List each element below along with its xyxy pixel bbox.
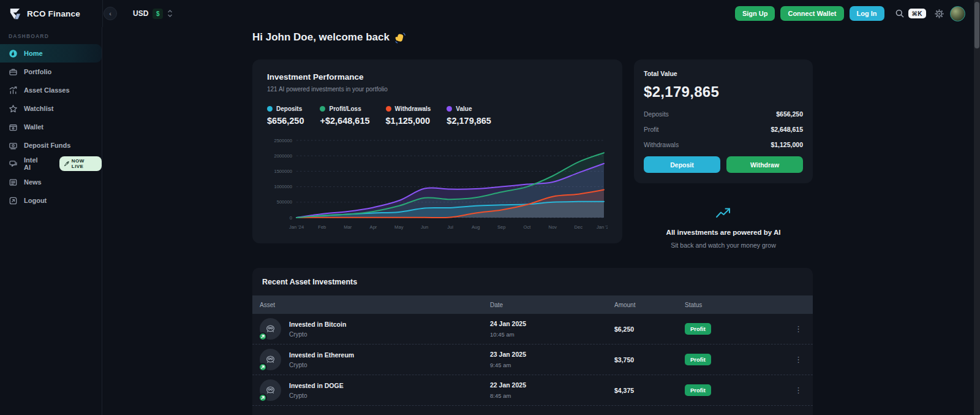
- asset-category: Crypto: [289, 392, 344, 399]
- total-breakdown: Deposits$656,250Profit$2,648,615Withdraw…: [644, 110, 803, 148]
- svg-text:Feb: Feb: [318, 224, 326, 230]
- sidebar-item-wallet[interactable]: Wallet: [0, 118, 102, 136]
- status-badge: Profit: [685, 323, 711, 335]
- sidebar-item-watchlist[interactable]: Watchlist: [0, 99, 102, 118]
- invest-time: 9:45 am: [490, 362, 601, 368]
- svg-text:Dec: Dec: [574, 224, 582, 230]
- row-menu-kebab-icon[interactable]: ⋮: [794, 355, 813, 364]
- svg-text:2000000: 2000000: [274, 153, 292, 159]
- legend-item-deposits: Deposits$656,250: [267, 105, 304, 126]
- wallet-icon: [9, 123, 18, 132]
- log-in-button[interactable]: Log In: [850, 6, 884, 21]
- sidebar-item-portfolio[interactable]: Portfolio: [0, 63, 102, 81]
- status-badge: Profit: [685, 354, 711, 365]
- column-header-status: Status: [685, 302, 783, 308]
- asset-category: Crypto: [289, 362, 354, 368]
- investment-performance-card: Investment Performance 121 AI powered in…: [252, 59, 622, 243]
- total-value-label: Total Value: [644, 70, 803, 77]
- sidebar-item-label: Deposit Funds: [24, 142, 70, 149]
- row-menu-kebab-icon[interactable]: ⋮: [794, 324, 813, 333]
- home-icon: [9, 49, 18, 58]
- currency-updown-icon[interactable]: [167, 9, 173, 18]
- svg-text:Jun: Jun: [421, 224, 428, 230]
- brand-logo-icon: [8, 7, 22, 21]
- total-row-label: Profit: [644, 126, 659, 133]
- withdraw-button[interactable]: Withdraw: [726, 156, 803, 173]
- row-menu-kebab-icon[interactable]: ⋮: [794, 386, 813, 395]
- connect-wallet-button[interactable]: Connect Wallet: [780, 6, 843, 21]
- trending-up-icon: [715, 207, 731, 220]
- legend-label: Withdrawals: [395, 105, 431, 112]
- svg-text:Jul: Jul: [447, 224, 453, 230]
- table-header-row: Asset Date Amount Status: [252, 295, 813, 314]
- sidebar-item-logout[interactable]: Logout: [0, 191, 102, 210]
- asset-name: Invested in Ethereum: [289, 351, 354, 359]
- sidebar-item-intel-ai[interactable]: Intel AINOW LIVE: [0, 154, 102, 173]
- currency-selector[interactable]: USD $: [133, 9, 173, 19]
- page-title: Hi John Doe, welcome back: [252, 31, 813, 44]
- user-avatar[interactable]: [950, 6, 965, 21]
- main-area: Hi John Doe, welcome back Investment Per…: [103, 27, 974, 415]
- sign-up-button[interactable]: Sign Up: [735, 6, 775, 21]
- sidebar-item-label: Home: [24, 50, 43, 57]
- ai-note: All investments are powered by AI Sit ba…: [634, 207, 813, 249]
- watchlist-icon: [9, 104, 18, 113]
- svg-text:Jan '25: Jan '25: [597, 224, 608, 230]
- asset-classes-icon: [9, 86, 18, 95]
- total-row-value: $1,125,000: [771, 141, 803, 148]
- sidebar-item-deposit-funds[interactable]: Deposit Funds: [0, 136, 102, 154]
- asset-vault-icon: [265, 384, 276, 396]
- search-control[interactable]: ⌘K: [895, 9, 927, 18]
- legend-dot: [386, 106, 391, 112]
- asset-vault-icon: [265, 323, 276, 335]
- currency-code: USD: [133, 9, 148, 18]
- asset-avatar: [260, 349, 281, 370]
- recent-investments-card: Recent Asset Investments Asset Date Amou…: [252, 268, 813, 415]
- greeting-text: Hi John Doe, welcome back: [252, 31, 390, 44]
- legend-item-withdrawals: Withdrawals$1,125,000: [386, 105, 431, 126]
- total-row-profit: Profit$2,648,615: [644, 126, 803, 133]
- sidebar-item-news[interactable]: News: [0, 173, 102, 191]
- sidebar-item-label: News: [24, 178, 42, 186]
- legend-value: $2,179,865: [447, 116, 491, 126]
- invest-amount: $3,750: [601, 356, 685, 364]
- table-body: Invested in BitcoinCrypto24 Jan 202510:4…: [252, 314, 813, 406]
- svg-text:Nov: Nov: [549, 224, 557, 230]
- deposit-button[interactable]: Deposit: [644, 156, 720, 173]
- invest-arrow-badge: [258, 363, 267, 371]
- svg-text:1500000: 1500000: [274, 169, 292, 174]
- svg-text:May: May: [394, 224, 404, 230]
- news-icon: [9, 178, 18, 187]
- scrollbar-thumb[interactable]: [974, 2, 979, 48]
- invest-time: 10:45 am: [490, 331, 601, 338]
- table-row[interactable]: Invested in BitcoinCrypto24 Jan 202510:4…: [252, 314, 813, 345]
- total-row-withdrawals: Withdrawals$1,125,000: [644, 141, 803, 148]
- settings-gear-icon[interactable]: [934, 9, 944, 19]
- now-live-badge: NOW LIVE: [59, 156, 102, 171]
- invest-date: 24 Jan 2025: [490, 320, 601, 327]
- sidebar-item-label: Wallet: [24, 123, 43, 131]
- sidebar-item-asset-classes[interactable]: Asset Classes: [0, 81, 102, 99]
- ai-note-title: All investments are powered by AI: [634, 229, 813, 236]
- status-badge: Profit: [685, 384, 711, 396]
- asset-name: Invested in DOGE: [289, 382, 344, 389]
- chart-legend: Deposits$656,250Profit/Loss+$2,648,615Wi…: [267, 105, 608, 126]
- performance-chart[interactable]: 05000001000000150000020000002500000Jan '…: [267, 134, 608, 234]
- brand[interactable]: RCO Finance: [0, 7, 102, 21]
- svg-text:2500000: 2500000: [274, 138, 292, 143]
- table-row[interactable]: Invested in EthereumCrypto23 Jan 20259:4…: [252, 345, 813, 375]
- column-header-asset: Asset: [260, 302, 490, 308]
- sidebar-nav: HomePortfolioAsset ClassesWatchlistWalle…: [0, 44, 102, 210]
- sidebar-item-home[interactable]: Home: [0, 44, 102, 63]
- asset-vault-icon: [265, 354, 276, 365]
- sidebar-collapse-button[interactable]: ‹: [104, 7, 117, 20]
- ai-note-subtitle: Sit back and watch your money grow: [634, 242, 813, 249]
- search-icon[interactable]: [895, 9, 905, 18]
- table-row[interactable]: Invested in DOGECrypto22 Jan 20258:45 am…: [252, 375, 813, 406]
- invest-arrow-badge: [258, 332, 267, 341]
- page-scrollbar[interactable]: [974, 0, 980, 415]
- search-shortcut-badge: ⌘K: [908, 9, 927, 18]
- logout-icon: [9, 196, 18, 205]
- svg-text:1000000: 1000000: [274, 184, 292, 189]
- sidebar-item-label: Portfolio: [24, 68, 51, 75]
